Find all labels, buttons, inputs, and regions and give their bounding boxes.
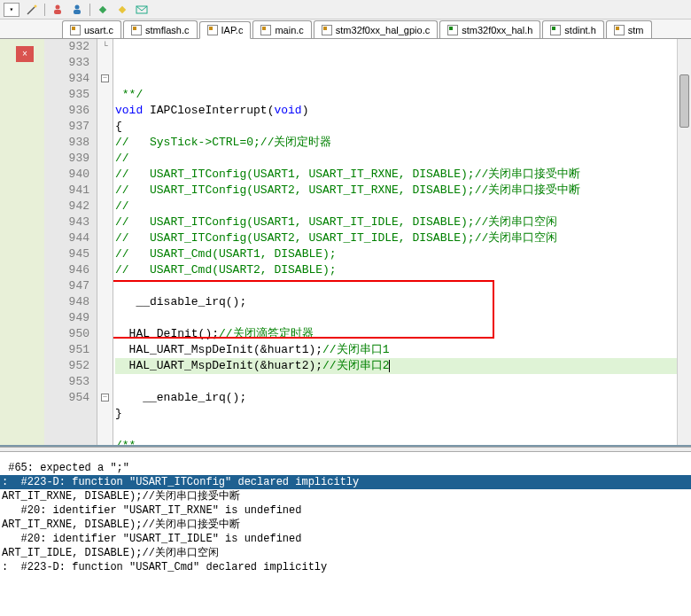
output-line[interactable]: : #223-D: function "USART_Cmd" declared … [0,560,691,574]
vertical-scrollbar[interactable] [677,39,691,445]
code-line[interactable]: __enable_irq(); [115,390,677,406]
code-line[interactable]: // [115,151,677,167]
diamond-yellow-icon[interactable] [115,3,129,17]
tab-label: IAP.c [221,25,244,35]
code-line[interactable]: // USART_Cmd(USART2, DISABLE); [115,262,677,278]
code-line[interactable]: // USART_Cmd(USART1, DISABLE); [115,246,677,262]
build-output[interactable]: #65: expected a ";": #223-D: function "U… [0,452,691,616]
code-line[interactable] [115,310,677,326]
code-line[interactable] [115,422,677,438]
close-button[interactable]: × [16,46,34,62]
separator [89,4,90,16]
tab-label: stm32f0xx_hal.h [462,25,532,35]
c-file-icon [614,25,625,35]
code-line[interactable]: // USART_ITConfig(USART1, USART_IT_IDLE,… [115,214,677,230]
code-line[interactable]: // SysTick->CTRL=0;//关闭定时器 [115,135,677,151]
person-blue-icon[interactable] [70,3,84,17]
person-red-icon[interactable] [50,3,65,17]
svg-point-4 [75,4,80,9]
code-line[interactable]: void IAPCloseInterrupt(void) [115,103,677,119]
tab-label: main.c [275,25,303,35]
svg-rect-5 [74,10,81,14]
code-line[interactable]: HAL_DeInit();//关闭滴答定时器 [115,326,677,342]
mail-icon[interactable] [135,3,149,17]
file-tab[interactable]: stm32f0xx_hal.h [439,20,540,38]
svg-point-1 [35,4,37,7]
svg-rect-7 [119,5,126,12]
code-line[interactable]: __disable_irq(); [115,294,677,310]
fold-column[interactable]: └−− [97,39,113,445]
tab-label: stm [628,25,644,35]
header-file-icon [447,25,458,35]
file-tab[interactable]: main.c [252,20,311,38]
file-tab[interactable]: IAP.c [199,21,252,39]
separator [44,4,45,16]
code-line[interactable]: HAL_UART_MspDeInit(&huart2);//关闭串口2 [115,358,677,374]
editor-tabs: usart.cstmflash.cIAP.cmain.cstm32f0xx_ha… [0,19,691,39]
tab-label: stdint.h [564,25,595,35]
code-line[interactable]: // [115,199,677,214]
c-file-icon [131,25,142,35]
c-file-icon [322,25,332,35]
line-number-gutter: 9329339349359369379389399409419429439449… [44,39,97,445]
code-line[interactable] [115,278,677,294]
toolbar: ▾ [0,0,691,19]
svg-rect-6 [99,5,106,12]
left-margin [0,39,44,445]
file-tab[interactable]: stdint.h [542,20,603,38]
output-line[interactable]: #20: identifier "USART_IT_IDLE" is undef… [0,532,691,546]
tab-label: stmflash.c [145,25,190,35]
svg-point-2 [56,4,60,9]
header-file-icon [550,25,561,35]
tab-label: stm32f0xx_hal_gpio.c [336,25,430,35]
code-line[interactable]: /** [115,438,677,445]
svg-line-0 [27,7,35,14]
tab-label: usart.c [84,25,113,35]
code-line[interactable]: // USART_ITConfig(USART2, USART_IT_IDLE,… [115,230,677,246]
svg-rect-3 [54,10,61,14]
code-line[interactable] [115,374,677,390]
code-line[interactable]: { [115,119,677,135]
editor-area: 9329339349359369379389399409419429439449… [0,39,691,447]
c-file-icon [260,25,271,35]
code-line[interactable]: HAL_UART_MspDeInit(&huart1);//关闭串口1 [115,342,677,358]
file-tab[interactable]: stm32f0xx_hal_gpio.c [314,20,438,38]
code-line[interactable]: // USART_ITConfig(USART2, USART_IT_RXNE,… [115,183,677,199]
output-line[interactable]: ART_IT_IDLE, DISABLE);//关闭串口空闲 [0,546,691,560]
c-file-icon [70,25,81,35]
scrollbar-thumb[interactable] [679,74,689,128]
code-line[interactable]: **/ [115,87,677,103]
c-file-icon [207,25,218,35]
output-line[interactable]: #20: identifier "USART_IT_RXNE" is undef… [0,503,691,518]
output-panel: #65: expected a ";": #223-D: function "U… [0,452,691,616]
file-tab[interactable]: stm [606,20,652,38]
diamond-green-icon[interactable] [96,3,110,17]
output-line[interactable]: : #223-D: function "USART_ITConfig" decl… [0,475,691,489]
wand-icon[interactable] [25,3,39,17]
output-line[interactable]: #65: expected a ";" [0,461,691,475]
file-tab[interactable]: stmflash.c [123,20,198,38]
code-line[interactable]: // USART_ITConfig(USART1, USART_IT_RXNE,… [115,167,677,183]
output-line[interactable]: ART_IT_RXNE, DISABLE);//关闭串口接受中断 [0,518,691,532]
output-line[interactable]: ART_IT_RXNE, DISABLE);//关闭串口接受中断 [0,489,691,503]
code-editor[interactable]: **/void IAPCloseInterrupt(void){// SysTi… [113,39,677,445]
file-tab[interactable]: usart.c [62,20,121,38]
dropdown-icon[interactable]: ▾ [4,3,19,17]
code-line[interactable]: } [115,406,677,422]
